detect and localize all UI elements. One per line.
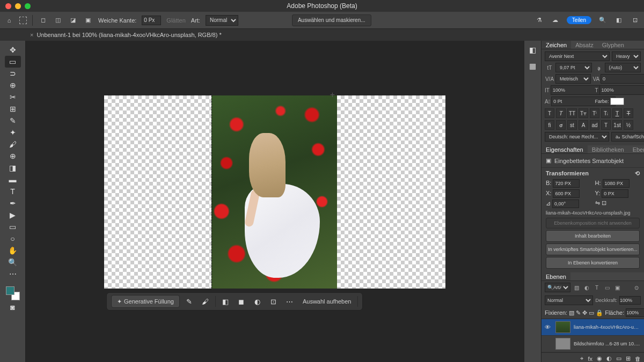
opacity-input[interactable] (619, 296, 641, 305)
visibility-toggle[interactable]: 👁 (545, 324, 552, 330)
select-and-mask-button[interactable]: Auswählen und maskieren... (292, 14, 371, 26)
ot-button-5[interactable]: ad (590, 120, 599, 130)
language-select[interactable]: Deutsch: neue Recht... (545, 132, 609, 142)
crop-tool[interactable]: ✂ (5, 91, 21, 103)
feather-input[interactable] (142, 16, 161, 25)
document-canvas[interactable]: + (104, 95, 445, 289)
new-selection-icon[interactable]: ◻ (38, 16, 48, 25)
workspace-icon[interactable]: ◧ (614, 16, 624, 25)
rectangle-tool[interactable]: ▭ (5, 221, 21, 233)
link-layers-icon[interactable]: ⌖ (580, 355, 583, 362)
y-input[interactable] (602, 189, 628, 198)
mask-icon[interactable]: ◉ (597, 355, 602, 362)
kerning-select[interactable]: Metrisch (555, 74, 591, 84)
width-input[interactable] (553, 179, 580, 188)
edit-icon[interactable]: ✎ (183, 295, 196, 308)
style-select[interactable]: Normal (206, 15, 238, 26)
transform-icon[interactable]: ⊡ (267, 295, 280, 308)
underline-button[interactable]: T (612, 108, 622, 118)
quick-select-tool[interactable]: ⊕ (5, 79, 21, 91)
foreground-color[interactable] (6, 286, 14, 295)
color-panel-icon[interactable]: ◧ (525, 44, 541, 56)
layer-thumbnail[interactable] (555, 338, 570, 350)
filter-shape-icon[interactable]: ▭ (603, 283, 611, 292)
adjust-icon[interactable]: ◐ (251, 295, 264, 308)
subscript-button[interactable]: Tᵢ (601, 108, 611, 118)
tracking-input[interactable] (601, 74, 644, 84)
ot-button-2[interactable]: ơ (556, 120, 566, 130)
fill-input[interactable] (626, 308, 644, 317)
superscript-button[interactable]: Tⁱ (590, 108, 599, 118)
layer-name[interactable]: liana-mikah-4xooVHkcAro-unsplash (574, 324, 641, 330)
share-button[interactable]: Teilen (567, 16, 591, 24)
clone-tool[interactable]: ⊕ (5, 150, 21, 162)
filter-toggle-icon[interactable]: ⊙ (632, 283, 641, 292)
gradient-tool[interactable]: ▬ (5, 174, 21, 186)
antialias-select[interactable]: aₐ ScharfScharf (611, 132, 644, 142)
brush-icon[interactable]: 🖌 (199, 295, 212, 308)
tab-character[interactable]: Zeichen (541, 41, 571, 49)
lock-artboard-icon[interactable]: ▭ (589, 309, 594, 316)
strike-button[interactable]: T (624, 108, 633, 118)
height-input[interactable] (603, 179, 630, 188)
intersect-selection-icon[interactable]: ▣ (83, 16, 93, 25)
text-color-swatch[interactable] (610, 98, 624, 105)
more-icon[interactable]: ⋯ (283, 295, 296, 308)
minimize-window-button[interactable] (15, 3, 21, 9)
fx-icon[interactable]: fx (588, 356, 592, 362)
delete-layer-icon[interactable]: 🗑 (635, 356, 641, 362)
subtract-selection-icon[interactable]: ◪ (68, 16, 78, 25)
close-tab-icon[interactable]: × (30, 32, 33, 38)
zoom-tool[interactable]: 🔍 (5, 256, 21, 268)
font-size-input[interactable]: 9,07 Pt (555, 63, 592, 72)
search-icon[interactable]: 🔍 (598, 16, 608, 25)
ot-button-4[interactable]: A (579, 120, 588, 130)
blend-mode-select[interactable]: Normal (545, 295, 593, 305)
move-tool[interactable]: ✥ (5, 44, 21, 56)
maximize-window-button[interactable] (25, 3, 31, 9)
font-weight-select[interactable]: Heavy (612, 51, 641, 61)
tab-layercomps[interactable]: Ebenenkomp. (628, 145, 644, 153)
more-tools[interactable]: ⋯ (5, 268, 21, 280)
flip-icons[interactable]: ⇋ ⊡ (595, 200, 640, 208)
italic-button[interactable]: T (556, 108, 566, 118)
tab-paragraph[interactable]: Absatz (571, 41, 598, 49)
deselect-button[interactable]: Auswahl aufheben (303, 298, 352, 305)
tab-glyphs[interactable]: Glyphen (598, 41, 628, 49)
font-family-select[interactable]: Avenir Next (545, 51, 610, 61)
help-icon[interactable]: ⊡ (630, 16, 640, 25)
canvas-area[interactable]: + ✦Generative Füllung ✎ 🖌 ◧ ◼ ◐ ⊡ ⋯ Ausw… (26, 41, 524, 362)
ot-button-6[interactable]: T (601, 120, 611, 130)
group-icon[interactable]: ▭ (616, 355, 621, 362)
filter-pixel-icon[interactable]: ▧ (572, 283, 581, 292)
filter-smart-icon[interactable]: ▣ (613, 283, 621, 292)
ot-button-8[interactable]: ½ (624, 120, 633, 130)
filter-adjust-icon[interactable]: ◐ (582, 283, 591, 292)
lock-icon[interactable]: 🔒 (596, 309, 603, 316)
smallcaps-button[interactable]: Tᴛ (579, 108, 588, 118)
color-swatches[interactable] (5, 285, 21, 301)
lock-position-icon[interactable]: ✥ (582, 309, 587, 316)
bold-button[interactable]: T (545, 108, 554, 118)
lock-all-icon[interactable]: ▧ (569, 309, 574, 316)
ot-button-3[interactable]: st (567, 120, 577, 130)
eyedropper-tool[interactable]: ✎ (5, 115, 21, 127)
eraser-tool[interactable]: ◨ (5, 162, 21, 174)
document-tab[interactable]: Unbenannt-1 bei 100% (liana-mikah-4xooVH… (36, 32, 221, 38)
smart-object-image[interactable] (211, 95, 337, 289)
hscale-input[interactable] (599, 85, 644, 95)
brush-tool[interactable]: 🖌 (5, 138, 21, 150)
home-icon[interactable]: ⌂ (4, 16, 14, 25)
modify-icon[interactable]: ◧ (219, 295, 232, 308)
convert-linked-button[interactable]: In verknüpftes Smartobjekt konvertieren.… (546, 243, 640, 255)
adjustment-icon[interactable]: ◐ (606, 355, 612, 362)
reset-icon[interactable]: ⟲ (635, 170, 640, 177)
ot-button-7[interactable]: 1st (612, 120, 622, 130)
swatches-panel-icon[interactable]: ▦ (525, 60, 541, 72)
quickmask-toggle[interactable]: ◙ (5, 301, 21, 313)
x-input[interactable] (553, 189, 580, 198)
tab-layers[interactable]: Ebenen (541, 272, 570, 280)
beaker-icon[interactable]: ⚗ (535, 16, 544, 25)
pen-tool[interactable]: ✒ (5, 197, 21, 209)
allcaps-button[interactable]: TT (567, 108, 577, 118)
